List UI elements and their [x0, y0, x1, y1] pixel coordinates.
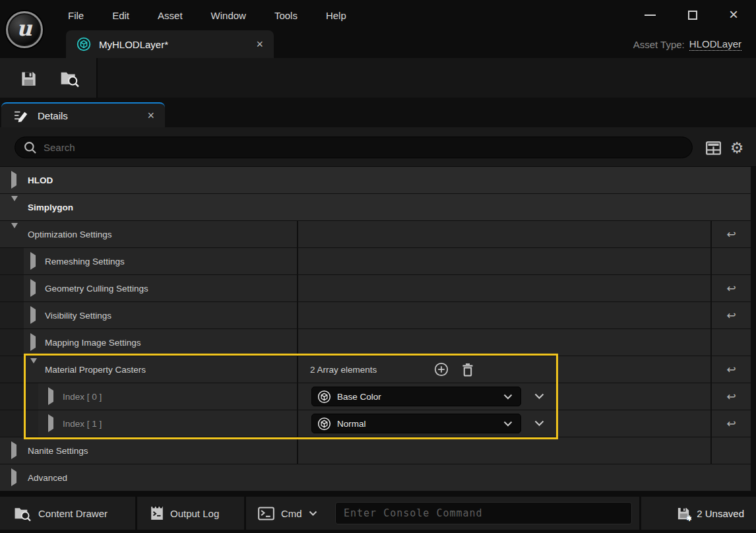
hlodlayer-asset-icon — [77, 37, 91, 51]
expander-collapsed-icon[interactable] — [30, 282, 36, 294]
array-element-row-1[interactable]: Index [ 1 ] Normal ↩ — [0, 410, 751, 437]
asset-type-label: Asset Type: — [633, 39, 685, 50]
menu-file[interactable]: File — [68, 10, 84, 21]
trash-icon — [462, 363, 474, 377]
console-section: Cmd — [246, 497, 639, 530]
array-element-row-0[interactable]: Index [ 0 ] Base Color ↩ — [0, 383, 751, 410]
expander-collapsed-icon[interactable] — [11, 445, 16, 456]
cmd-terminal-icon — [258, 507, 274, 520]
output-log-button[interactable]: Output Log — [137, 497, 244, 530]
chevron-down-icon — [503, 394, 513, 400]
details-panel-chrome: Details × — [0, 98, 756, 127]
enum-cube-icon — [317, 390, 331, 404]
asset-tab-close-icon[interactable]: × — [256, 38, 263, 51]
dropdown-selected-value: Base Color — [337, 392, 503, 402]
expander-collapsed-icon[interactable] — [30, 255, 36, 267]
category-label: Simplygon — [28, 203, 73, 212]
menu-help[interactable]: Help — [326, 10, 346, 21]
output-log-label: Output Log — [170, 508, 219, 519]
menu-window[interactable]: Window — [211, 10, 246, 21]
minimize-button[interactable] — [637, 0, 663, 30]
expander-collapsed-icon[interactable] — [48, 418, 53, 429]
reset-to-default-button[interactable]: ↩ — [726, 418, 736, 429]
details-tab-close-icon[interactable]: × — [147, 109, 154, 123]
property-label: Nanite Settings — [28, 446, 88, 456]
browse-to-asset-button[interactable] — [58, 67, 80, 90]
material-property-dropdown[interactable]: Base Color — [311, 387, 521, 406]
menu-asset[interactable]: Asset — [158, 10, 183, 21]
maximize-icon — [688, 11, 697, 20]
expander-expanded-icon[interactable] — [11, 228, 18, 240]
svg-text:✱: ✱ — [687, 514, 692, 521]
details-tab[interactable]: Details × — [1, 102, 165, 127]
property-row-nanite-settings[interactable]: Nanite Settings — [0, 437, 751, 464]
menu-bar: File Edit Asset Window Tools Help — [68, 0, 346, 30]
property-label: Remeshing Settings — [45, 257, 125, 266]
expander-collapsed-icon[interactable] — [48, 391, 53, 402]
reset-to-default-button[interactable]: ↩ — [726, 229, 736, 240]
content-drawer-label: Content Drawer — [38, 508, 108, 519]
reset-to-default-button[interactable]: ↩ — [726, 310, 736, 321]
toolbar — [0, 58, 756, 98]
close-window-button[interactable]: × — [720, 0, 747, 30]
array-elements-count: 2 Array elements — [310, 365, 377, 375]
add-array-element-button[interactable] — [434, 362, 449, 377]
unreal-logo-glyph: u — [16, 16, 32, 41]
property-row-remeshing-settings[interactable]: Remeshing Settings — [0, 248, 751, 274]
chevron-down-icon — [503, 421, 513, 427]
expander-collapsed-icon[interactable] — [11, 174, 16, 186]
save-icon — [20, 70, 38, 88]
cmd-label[interactable]: Cmd — [281, 508, 302, 519]
property-row-optimization-settings[interactable]: Optimization Settings ↩ — [0, 221, 751, 247]
title-bar: File Edit Asset Window Tools Help × — [0, 0, 756, 30]
category-row-simplygon[interactable]: Simplygon — [0, 194, 751, 220]
reset-to-default-button[interactable]: ↩ — [726, 391, 736, 402]
console-command-input[interactable] — [335, 502, 632, 524]
category-row-hlod[interactable]: HLOD — [0, 167, 751, 193]
settings-button[interactable]: ⚙ — [728, 139, 745, 156]
details-icon — [13, 109, 28, 123]
asset-tab-myhlodlayer[interactable]: MyHLODLayer* × — [66, 30, 274, 58]
menu-edit[interactable]: Edit — [112, 10, 129, 21]
reset-to-default-button[interactable]: ↩ — [726, 364, 736, 375]
asset-tab-strip: MyHLODLayer* × Asset Type: HLODLayer — [0, 30, 756, 58]
expander-expanded-icon[interactable] — [30, 363, 37, 375]
property-label: Optimization Settings — [28, 230, 112, 239]
search-input[interactable] — [44, 142, 692, 153]
expander-collapsed-icon[interactable] — [11, 472, 16, 484]
reset-to-default-button[interactable]: ↩ — [726, 283, 736, 294]
property-label: Mapping Image Settings — [45, 338, 141, 348]
property-matrix-icon — [706, 141, 721, 155]
expander-collapsed-icon[interactable] — [30, 336, 36, 348]
property-row-mapping-image-settings[interactable]: Mapping Image Settings — [0, 329, 751, 356]
unreal-editor-window: File Edit Asset Window Tools Help × u My… — [0, 0, 756, 533]
asset-type-link[interactable]: HLODLayer — [689, 38, 741, 51]
expander-expanded-icon[interactable] — [11, 201, 18, 213]
maximize-button[interactable] — [679, 0, 706, 30]
property-label: Geometry Culling Settings — [45, 284, 148, 294]
material-property-dropdown[interactable]: Normal — [311, 414, 521, 433]
property-row-visibility-settings[interactable]: Visibility Settings ↩ — [0, 302, 751, 329]
display-filter-button[interactable] — [705, 139, 722, 156]
search-box[interactable] — [15, 137, 693, 158]
clear-array-button[interactable] — [462, 363, 474, 377]
property-row-advanced[interactable]: Advanced — [0, 464, 751, 491]
content-drawer-button[interactable]: Content Drawer — [0, 497, 135, 530]
expand-element-button[interactable] — [534, 391, 544, 402]
array-index-label: Index [ 1 ] — [63, 419, 102, 429]
chevron-down-icon[interactable] — [309, 511, 317, 516]
property-row-material-property-casters[interactable]: Material Property Casters 2 Array elemen… — [0, 356, 751, 383]
property-label: Material Property Casters — [45, 365, 146, 375]
menu-tools[interactable]: Tools — [274, 10, 298, 21]
property-row-geometry-culling-settings[interactable]: Geometry Culling Settings ↩ — [0, 275, 751, 301]
minimize-icon — [645, 15, 656, 16]
expand-element-button[interactable] — [534, 418, 544, 429]
unreal-engine-logo: u — [6, 11, 43, 48]
status-bar: Content Drawer Output Log Cmd ✱ 2 Unsave… — [0, 496, 756, 533]
property-label: Visibility Settings — [45, 311, 111, 321]
save-asterisk-icon: ✱ — [676, 506, 691, 521]
save-button[interactable] — [17, 67, 40, 90]
unsaved-assets-button[interactable]: ✱ 2 Unsaved — [641, 497, 756, 530]
enum-cube-icon — [317, 417, 331, 431]
expander-collapsed-icon[interactable] — [30, 309, 36, 321]
